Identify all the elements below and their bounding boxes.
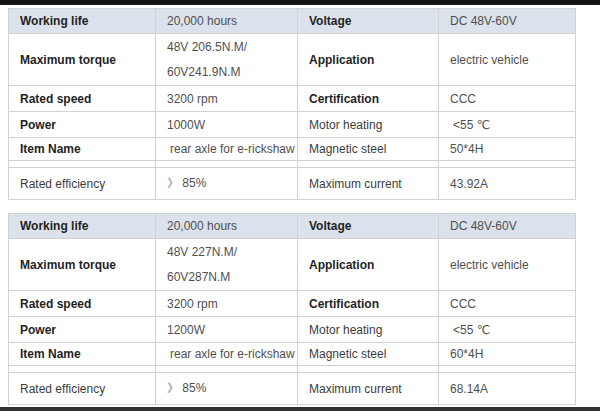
motor-heating-value: <55 ℃ bbox=[439, 317, 576, 343]
table-row: Item Name rear axle for e-rickshaw Magne… bbox=[9, 343, 576, 366]
spacer-cell bbox=[9, 366, 156, 373]
rated-speed-label: Rated speed bbox=[9, 291, 156, 317]
motor-heating-value: <55 ℃ bbox=[439, 112, 576, 138]
table-row: Item Name rear axle for e-rickshaw Magne… bbox=[9, 138, 576, 161]
item-name-value: rear axle for e-rickshaw bbox=[156, 138, 298, 161]
magnetic-steel-label: Magnetic steel bbox=[298, 138, 439, 161]
certification-value: CCC bbox=[439, 86, 576, 112]
torque-line-1: 48V 206.5N.M/ bbox=[167, 35, 293, 60]
rated-efficiency-label: Rated efficiency bbox=[9, 373, 156, 405]
certification-value: CCC bbox=[439, 291, 576, 317]
maximum-current-label: Maximum current bbox=[298, 168, 439, 200]
table-row: Maximum torque 48V 227N.M/ 60V287N.M App… bbox=[9, 239, 576, 291]
working-life-value: 20,000 hours bbox=[156, 214, 298, 239]
maximum-current-value: 43.92A bbox=[439, 168, 576, 200]
item-name-value: rear axle for e-rickshaw bbox=[156, 343, 298, 366]
spacer-cell bbox=[439, 366, 576, 373]
spacer-cell bbox=[156, 161, 298, 168]
motor-heating-label: Motor heating bbox=[298, 112, 439, 138]
maximum-torque-label: Maximum torque bbox=[9, 239, 156, 291]
item-name-label: Item Name bbox=[9, 138, 156, 161]
spec-table-2: Working life 20,000 hours Voltage DC 48V… bbox=[8, 213, 576, 405]
table-row: Rated speed 3200 rpm Certification CCC bbox=[9, 291, 576, 317]
application-value: electric vehicle bbox=[439, 34, 576, 86]
certification-label: Certification bbox=[298, 291, 439, 317]
table-row: Power 1200W Motor heating <55 ℃ bbox=[9, 317, 576, 343]
spacer-cell bbox=[439, 161, 576, 168]
spacer-cell bbox=[298, 161, 439, 168]
certification-label: Certification bbox=[298, 86, 439, 112]
bottom-divider-bar bbox=[0, 407, 600, 411]
rated-speed-value: 3200 rpm bbox=[156, 86, 298, 112]
table-row: Rated efficiency 》 85% Maximum current 4… bbox=[9, 168, 576, 200]
voltage-value: DC 48V-60V bbox=[439, 9, 576, 34]
working-life-value: 20,000 hours bbox=[156, 9, 298, 34]
maximum-torque-value: 48V 206.5N.M/ 60V241.9N.M bbox=[156, 34, 298, 86]
spacer-row bbox=[9, 161, 576, 168]
power-value: 1200W bbox=[156, 317, 298, 343]
table-row: Working life 20,000 hours Voltage DC 48V… bbox=[9, 214, 576, 239]
rated-efficiency-label: Rated efficiency bbox=[9, 168, 156, 200]
rated-speed-label: Rated speed bbox=[9, 86, 156, 112]
magnetic-steel-value: 50*4H bbox=[439, 138, 576, 161]
spacer-cell bbox=[156, 366, 298, 373]
spec-table-1: Working life 20,000 hours Voltage DC 48V… bbox=[8, 8, 576, 200]
power-value: 1000W bbox=[156, 112, 298, 138]
magnetic-steel-value: 60*4H bbox=[439, 343, 576, 366]
table-row: Rated speed 3200 rpm Certification CCC bbox=[9, 86, 576, 112]
voltage-label: Voltage bbox=[298, 9, 439, 34]
spacer-cell bbox=[9, 161, 156, 168]
table-row: Power 1000W Motor heating <55 ℃ bbox=[9, 112, 576, 138]
working-life-label: Working life bbox=[9, 9, 156, 34]
application-label: Application bbox=[298, 239, 439, 291]
spacer-row bbox=[9, 366, 576, 373]
rated-speed-value: 3200 rpm bbox=[156, 291, 298, 317]
table-row: Rated efficiency 》 85% Maximum current 6… bbox=[9, 373, 576, 405]
maximum-torque-value: 48V 227N.M/ 60V287N.M bbox=[156, 239, 298, 291]
rated-efficiency-value: 》 85% bbox=[156, 373, 298, 405]
motor-heating-label: Motor heating bbox=[298, 317, 439, 343]
item-name-label: Item Name bbox=[9, 343, 156, 366]
spacer-cell bbox=[298, 366, 439, 373]
table-row: Working life 20,000 hours Voltage DC 48V… bbox=[9, 9, 576, 34]
application-label: Application bbox=[298, 34, 439, 86]
working-life-label: Working life bbox=[9, 214, 156, 239]
maximum-torque-label: Maximum torque bbox=[9, 34, 156, 86]
power-label: Power bbox=[9, 317, 156, 343]
top-divider-bar bbox=[0, 0, 600, 5]
application-value: electric vehicle bbox=[439, 239, 576, 291]
torque-line-2: 60V287N.M bbox=[167, 265, 293, 290]
maximum-current-value: 68.14A bbox=[439, 373, 576, 405]
voltage-label: Voltage bbox=[298, 214, 439, 239]
rated-efficiency-value: 》 85% bbox=[156, 168, 298, 200]
table-row: Maximum torque 48V 206.5N.M/ 60V241.9N.M… bbox=[9, 34, 576, 86]
voltage-value: DC 48V-60V bbox=[439, 214, 576, 239]
power-label: Power bbox=[9, 112, 156, 138]
magnetic-steel-label: Magnetic steel bbox=[298, 343, 439, 366]
torque-line-2: 60V241.9N.M bbox=[167, 60, 293, 85]
torque-line-1: 48V 227N.M/ bbox=[167, 240, 293, 265]
maximum-current-label: Maximum current bbox=[298, 373, 439, 405]
